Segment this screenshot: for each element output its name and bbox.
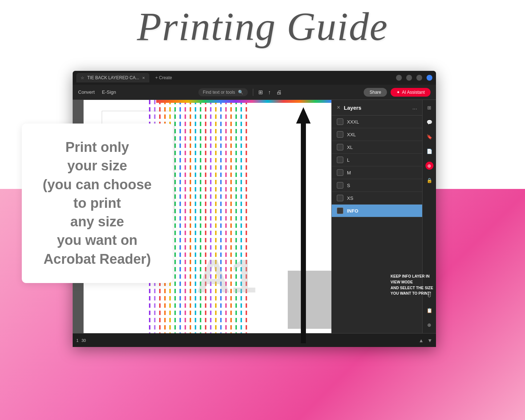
print-button[interactable]: 🖨: [276, 89, 282, 95]
toolbar-middle: Find text or tools 🔍 ⊞ ↑ 🖨: [198, 88, 281, 96]
total-pages: 30: [81, 338, 86, 343]
layer-visibility-icon: [337, 118, 343, 125]
layer-visibility-icon: [337, 207, 343, 214]
toolbar: Convert E-Sign Find text or tools 🔍 ⊞ ↑ …: [73, 85, 436, 100]
tab-title: TIE BACK LAYERED CA...: [87, 75, 139, 80]
upload-button[interactable]: ↑: [268, 89, 271, 95]
comment-icon[interactable]: 💬: [425, 118, 433, 126]
blue-line-2: [220, 100, 222, 347]
layers-more-button[interactable]: ...: [412, 104, 417, 111]
layer-name: XS: [347, 195, 353, 201]
layer-name: L: [347, 157, 350, 163]
violet-line: [210, 100, 211, 347]
layers-close-button[interactable]: ×: [337, 104, 340, 111]
tab-close-button[interactable]: ✕: [142, 76, 145, 80]
orange-line-2: [190, 100, 191, 347]
thumbnail-view-button[interactable]: ⊞: [258, 89, 263, 96]
layer-name: S: [347, 183, 350, 188]
cyan-line-2: [241, 100, 242, 347]
layer-visibility-icon: [337, 182, 343, 189]
green-line-2: [200, 100, 201, 347]
toolbar-left: Convert E-Sign: [78, 89, 116, 95]
layer-item-xs[interactable]: XS: [332, 192, 422, 205]
layers-panel: × Layers ... XXXL XXL XL: [332, 100, 422, 217]
cyan-line: [195, 100, 196, 347]
layer-visibility-icon: [337, 195, 343, 201]
help-icon[interactable]: [396, 75, 402, 81]
yellow-line-2: [215, 100, 217, 347]
ai-icon: ✦: [396, 90, 400, 95]
pages-icon[interactable]: 📄: [425, 147, 433, 155]
right-icon-bar: ⊞ 💬 🔖 📄 ⊕ 🔒 ↻ 📋 ⊕ ⊖: [422, 100, 436, 347]
layer-visibility-icon: [337, 144, 343, 150]
ai-assistant-button[interactable]: ✦ AI Assistant: [391, 88, 431, 97]
layer-name: XL: [347, 145, 353, 150]
layers-icon[interactable]: ⊕: [425, 162, 433, 170]
user-avatar[interactable]: [427, 75, 432, 81]
title-area: Printing Guide: [0, 4, 525, 50]
layer-name: M: [347, 170, 351, 175]
layer-item-s[interactable]: S: [332, 179, 422, 192]
layer-visibility-icon: [337, 131, 343, 138]
green-line: [174, 100, 176, 347]
layer-item-xl[interactable]: XL: [332, 141, 422, 154]
apps-icon[interactable]: [416, 75, 422, 81]
big-arrow: [296, 107, 311, 343]
title-bar: ☆ TIE BACK LAYERED CA... ✕ + Create: [73, 71, 436, 85]
star-icon: ☆: [81, 76, 84, 80]
layer-item-xxxl[interactable]: XXXL: [332, 116, 422, 128]
green-line-3: [235, 100, 237, 347]
current-page: 1: [76, 338, 78, 343]
top-color-strip: [156, 100, 331, 103]
esign-menu[interactable]: E-Sign: [102, 89, 116, 95]
layers-header: × Layers ...: [332, 100, 422, 116]
zoom-in-icon[interactable]: ⊕: [425, 321, 433, 329]
red-line-3: [246, 100, 247, 347]
page-title: Printing Guide: [137, 4, 388, 49]
arrow-head: [296, 107, 311, 124]
layer-name: XXXL: [347, 119, 359, 125]
layer-item-l[interactable]: L: [332, 154, 422, 166]
layer-item-info[interactable]: INFO: [332, 205, 422, 217]
chevron-up-icon[interactable]: ▲: [419, 338, 424, 343]
title-bar-right: [396, 75, 432, 81]
toolbar-right: Share ✦ AI Assistant: [364, 88, 431, 97]
text-box-content: Print only your size (you can choose to …: [35, 138, 160, 268]
share-button[interactable]: Share: [364, 88, 387, 97]
layers-sidebar: × Layers ... XXXL XXL XL: [331, 100, 422, 347]
layer-item-xxl[interactable]: XXL: [332, 128, 422, 141]
chevron-down-icon[interactable]: ▼: [427, 338, 432, 343]
layers-panel-title: Layers: [344, 105, 412, 111]
layer-visibility-icon: [337, 169, 343, 176]
text-box: Print only your size (you can choose to …: [22, 124, 173, 283]
annotation-text: KEEP INFO LAYER IN VIEW MODEAND SELECT T…: [391, 274, 436, 296]
arrow-shaft: [301, 122, 306, 343]
red-line-2: [205, 100, 206, 347]
pink-line-2: [225, 100, 227, 347]
layer-visibility-icon: [337, 157, 343, 163]
document-icon[interactable]: 📋: [425, 306, 433, 314]
a1-watermark: A1: [196, 249, 257, 303]
document-tab[interactable]: ☆ TIE BACK LAYERED CA... ✕: [76, 73, 149, 82]
create-button[interactable]: + Create: [152, 74, 175, 82]
pink-line: [185, 100, 186, 347]
orange-line-3: [230, 100, 232, 347]
layer-item-m[interactable]: M: [332, 166, 422, 179]
blue-line: [179, 100, 181, 347]
search-bar[interactable]: Find text or tools 🔍: [198, 88, 248, 96]
search-placeholder: Find text or tools: [203, 90, 235, 95]
lock-icon[interactable]: 🔒: [425, 176, 433, 184]
layer-name: XXL: [347, 132, 356, 137]
bookmark-icon[interactable]: 🔖: [425, 133, 433, 141]
grid-view-icon[interactable]: ⊞: [425, 104, 433, 112]
layer-name: INFO: [347, 208, 358, 214]
search-icon: 🔍: [238, 90, 243, 95]
toolbar-separator: [253, 89, 253, 96]
bottom-bar: 1 30 ▲ ▼: [73, 333, 436, 347]
convert-menu[interactable]: Convert: [78, 89, 95, 95]
notification-icon[interactable]: [406, 75, 412, 81]
